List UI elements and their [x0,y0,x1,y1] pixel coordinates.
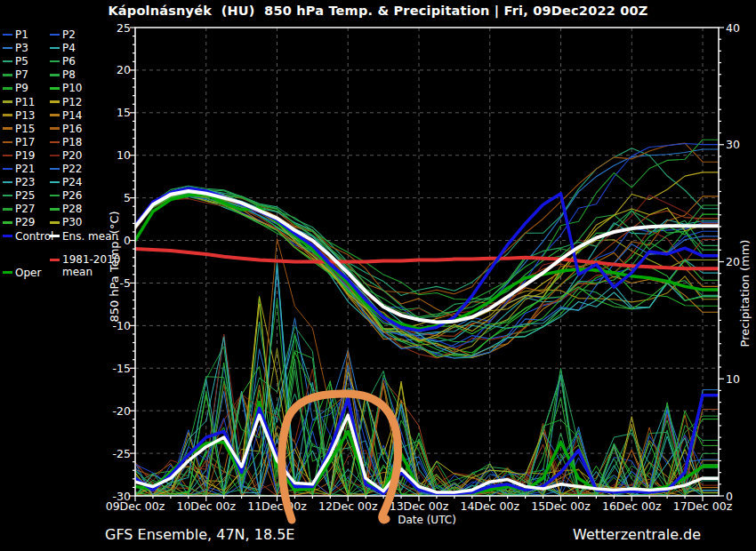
legend-member-p22: P22 [50,163,83,176]
x-tick-label: 10Dec 00z [176,499,236,513]
legend-member-p9-swatch [3,87,12,90]
legend-member-p23-label: P23 [15,176,36,188]
legend-member-p4-swatch [50,47,60,50]
legend-control-swatch [3,235,12,237]
legend-member-p28: P28 [50,203,83,216]
legend-member-p4: P4 [50,42,76,55]
legend-member-p6-swatch [50,60,60,63]
legend-member-p25: P25 [3,189,36,203]
legend-member-p7-swatch [3,74,12,76]
legend-member-p20-label: P20 [62,149,83,162]
legend-member-p2: P2 [50,28,76,42]
legend-member-p10-label: P10 [62,82,83,94]
legend-member-p13: P13 [3,108,36,122]
x-tick-label: 09Dec 00z [106,499,165,513]
y-left-tick-label: -15 [113,362,131,375]
legend-member-p25-swatch [3,195,12,197]
legend-member-p19-swatch [3,155,12,157]
legend-member-p7-label: P7 [15,68,28,81]
legend-ens-mean-swatch [50,235,60,237]
x-tick-label: 15Dec 00z [531,499,591,513]
y-right-axis-title: Precipitation (mm) [738,240,752,347]
footer-site-credit: Wetterzentrale.de [573,526,701,543]
legend-member-p27-swatch [3,208,12,211]
legend-member-p12: P12 [50,95,83,108]
legend-member-p23-swatch [3,181,12,184]
legend-member-p10: P10 [50,82,83,95]
legend-member-p4-label: P4 [62,42,76,54]
legend-member-p17: P17 [3,135,36,148]
legend-member-p11-swatch [3,100,12,103]
legend-member-p15: P15 [3,122,36,135]
legend-member-p16: P16 [50,122,83,135]
legend-member-p18-swatch [50,141,60,144]
legend-member-p27: P27 [3,203,36,216]
legend-member-p2-label: P2 [62,28,76,41]
legend-clim-mean-swatch [50,259,60,261]
legend-member-p18: P18 [50,135,83,148]
legend-member-p7: P7 [3,68,28,82]
legend-member-p16-label: P16 [62,123,83,135]
legend-clim-mean: 1981-2010 mean [50,253,132,278]
legend-ens-mean: Ens. mean [50,229,118,243]
x-axis-title: Date (UTC) [398,514,456,526]
footer-model-info: GFS Ensemble, 47N, 18.5E [105,526,294,543]
legend-member-p29-label: P29 [15,216,36,228]
legend-member-p28-label: P28 [62,203,83,215]
legend-control-label: Control [15,230,53,243]
legend-member-p13-swatch [3,114,12,116]
legend-member-p20: P20 [50,148,83,162]
legend-member-p21-swatch [3,168,12,171]
legend-member-p29: P29 [3,216,36,229]
legend-member-p24: P24 [50,176,83,189]
legend-member-p3-label: P3 [15,42,28,54]
legend-member-p29-swatch [3,221,12,224]
legend-member-p3-swatch [3,47,12,50]
legend-member-p22-swatch [50,168,60,171]
legend-member-p18-label: P18 [62,136,83,148]
y-left-tick-label: -20 [113,404,131,418]
legend-member-p3: P3 [3,42,28,55]
legend-member-p24-swatch [50,181,60,184]
legend-clim-mean-label: 1981-2010 mean [62,253,132,278]
legend: P1P2P3P4P5P6P7P8P9P10P11P12P13P14P15P16P… [2,0,137,302]
legend-member-p26-swatch [50,195,60,197]
legend-member-p13-label: P13 [15,109,36,122]
x-tick-label: 17Dec 00z [673,499,733,513]
legend-member-p9: P9 [3,82,28,95]
legend-member-p8-label: P8 [62,68,76,81]
legend-member-p19-label: P19 [15,149,36,162]
x-tick-label: 12Dec 00z [318,499,378,513]
clim-mean-line [135,249,719,268]
legend-member-p5: P5 [3,55,28,68]
legend-member-p11: P11 [3,95,36,108]
legend-member-p23: P23 [3,176,36,189]
legend-member-p5-label: P5 [15,55,28,68]
legend-member-p25-label: P25 [15,189,36,202]
legend-member-p26: P26 [50,189,83,203]
legend-member-p2-swatch [50,34,60,36]
legend-member-p8-swatch [50,74,60,76]
legend-control: Control [3,229,53,243]
legend-member-p14-swatch [50,114,60,116]
y-right-tick-label: 10 [726,372,740,386]
legend-member-p6: P6 [50,55,76,68]
legend-member-p24-label: P24 [62,176,83,188]
legend-member-p10-swatch [50,87,60,90]
legend-member-p30-swatch [50,221,60,224]
legend-member-p16-swatch [50,127,60,130]
legend-member-p30: P30 [50,216,83,229]
legend-member-p27-label: P27 [15,203,36,215]
legend-member-p21-label: P21 [15,163,36,175]
legend-member-p1: P1 [3,28,28,42]
legend-member-p5-swatch [3,60,12,63]
y-left-tick-label: -25 [113,447,131,460]
x-tick-label: 11Dec 00z [247,499,307,513]
legend-member-p22-label: P22 [62,163,83,175]
x-tick-label: 16Dec 00z [602,499,662,513]
y-right-tick-label: 40 [726,21,740,35]
legend-oper: Oper [3,266,41,279]
legend-member-p9-label: P9 [15,82,28,94]
meteogram-screenshot: Kápolnásnyék (HU) 850 hPa Temp. & Precip… [0,0,756,551]
legend-oper-label: Oper [15,267,41,279]
